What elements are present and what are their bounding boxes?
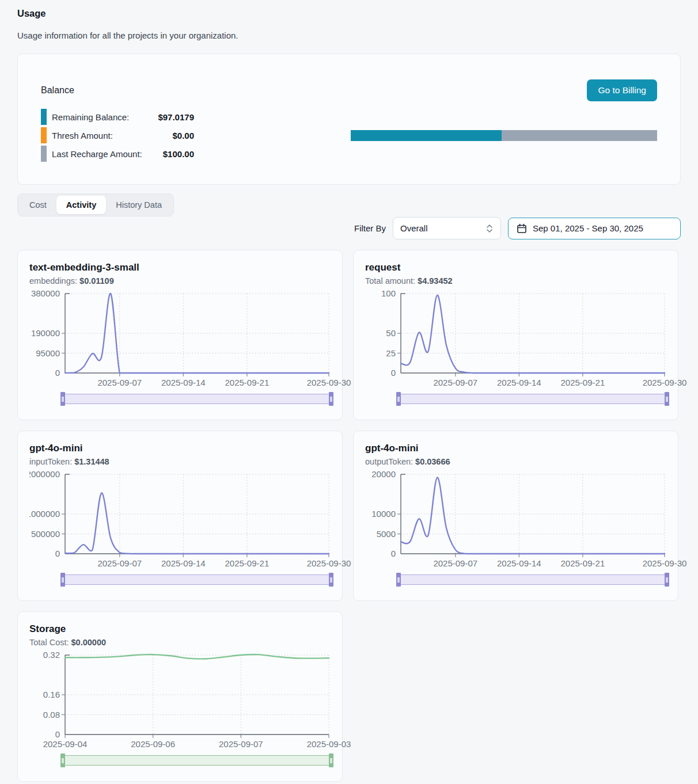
chart-card-gpt-4o-mini-output: gpt-4o-mini outputToken: $0.03666 2025-0… xyxy=(353,431,678,601)
y-axis-tick-label: 190000 xyxy=(31,328,60,338)
y-axis-tick-label: 25 xyxy=(386,348,396,358)
legend-value: $97.0179 xyxy=(158,112,194,122)
slider-right-handle[interactable] xyxy=(329,753,333,767)
y-axis-tick-label: 0 xyxy=(55,368,60,378)
chart-title: request xyxy=(365,262,666,273)
metric-label: Total amount: xyxy=(365,276,415,286)
metric-label: inputToken: xyxy=(29,457,72,466)
slider-left-handle[interactable] xyxy=(60,753,65,767)
chart-card-request: request Total amount: $4.93452 2025-09-0… xyxy=(353,250,678,420)
last-recharge-swatch xyxy=(41,146,47,162)
chart-zoom-slider[interactable] xyxy=(60,755,333,766)
x-axis-tick-label: 2025-09-06 xyxy=(131,739,175,749)
x-axis-tick-label: 2025-09-21 xyxy=(561,378,605,387)
x-axis-tick-label: 2025-09-07 xyxy=(433,378,477,387)
chart-card-gpt-4o-mini-input: gpt-4o-mini inputToken: $1.31448 2025-09… xyxy=(17,431,343,601)
remaining-balance-swatch xyxy=(41,109,47,125)
tab-history-data[interactable]: History Data xyxy=(106,196,172,214)
y-axis-tick-label: 0 xyxy=(391,549,396,558)
legend-value: $100.00 xyxy=(163,149,194,159)
x-axis-tick-label: 2025-09-30 xyxy=(643,558,687,568)
slider-right-handle[interactable] xyxy=(329,392,333,406)
legend-row-remaining-balance: Remaining Balance: $97.0179 xyxy=(41,108,194,126)
usage-page: Usage Usage information for all the proj… xyxy=(0,0,698,784)
y-axis-tick-label: 2000000 xyxy=(26,469,60,479)
metric-value: $1.31448 xyxy=(74,457,109,466)
x-axis-tick-label: 2025-09-14 xyxy=(497,378,541,387)
balance-legend: Remaining Balance: $97.0179 Thresh Amoun… xyxy=(41,108,194,163)
chart-card-storage: Storage Total Cost: $0.00000 2025-09-042… xyxy=(17,611,343,782)
slider-right-handle[interactable] xyxy=(665,573,669,587)
chart-metric: inputToken: $1.31448 xyxy=(29,457,331,466)
y-axis-tick-label: 95000 xyxy=(36,348,60,358)
y-axis-tick-label: 500000 xyxy=(31,529,60,539)
x-axis-tick-label: 2025-09-30 xyxy=(307,378,351,387)
chart-metric: Total Cost: $0.00000 xyxy=(29,638,331,647)
x-axis-tick-label: 2025-09-21 xyxy=(225,378,270,387)
y-axis-tick-label: 0.08 xyxy=(43,710,60,720)
usage-line-chart: 2025-09-072025-09-142025-09-212025-09-30… xyxy=(365,470,667,569)
balance-heading: Balance xyxy=(41,85,74,96)
chart-title: Storage xyxy=(29,623,331,635)
filter-row: Filter By Overall Sep 01, 2025 - Sep 30,… xyxy=(17,217,681,239)
x-axis-tick-label: 2025-09-21 xyxy=(225,558,270,568)
usage-line-chart: 2025-09-072025-09-142025-09-212025-09-30… xyxy=(365,289,667,388)
x-axis-tick-label: 2025-09-07 xyxy=(97,378,142,387)
slider-left-handle[interactable] xyxy=(396,573,401,587)
legend-label: Thresh Amount: xyxy=(52,131,113,140)
metric-label: outputToken: xyxy=(365,457,413,466)
chevrons-up-down-icon xyxy=(485,223,494,234)
filter-select-value: Overall xyxy=(400,223,428,233)
date-range-button[interactable]: Sep 01, 2025 - Sep 30, 2025 xyxy=(508,218,681,239)
balance-progress-fill xyxy=(351,130,502,141)
y-axis-tick-label: 5000 xyxy=(377,529,396,539)
chart-zoom-slider[interactable] xyxy=(60,574,333,585)
legend-row-last-recharge: Last Recharge Amount: $100.00 xyxy=(41,144,194,163)
chart-title: gpt-4o-mini xyxy=(365,443,666,454)
tab-cost[interactable]: Cost xyxy=(20,196,56,214)
x-axis-tick-label: 2025-09-14 xyxy=(161,378,206,387)
y-axis-tick-label: 380000 xyxy=(31,288,60,298)
x-axis-tick-label: 2025-09-07 xyxy=(97,558,142,568)
chart-zoom-slider[interactable] xyxy=(60,394,333,404)
charts-grid: text-embedding-3-small embeddings: $0.01… xyxy=(17,250,681,782)
slider-right-handle[interactable] xyxy=(329,573,333,587)
page-title: Usage xyxy=(17,8,681,19)
date-range-text: Sep 01, 2025 - Sep 30, 2025 xyxy=(533,223,643,233)
y-axis-tick-label: 0 xyxy=(391,368,396,378)
tab-activity[interactable]: Activity xyxy=(56,196,106,214)
metric-value: $0.03666 xyxy=(415,457,450,466)
balance-progress-bar xyxy=(351,130,657,141)
legend-label: Remaining Balance: xyxy=(52,112,129,122)
chart-title: gpt-4o-mini xyxy=(29,443,331,454)
calendar-icon xyxy=(517,223,527,234)
legend-label: Last Recharge Amount: xyxy=(52,149,142,159)
slider-left-handle[interactable] xyxy=(60,573,65,587)
x-axis-tick-label: 2025-09-14 xyxy=(161,558,206,568)
filter-select[interactable]: Overall xyxy=(393,217,501,239)
x-axis-tick-label: 2025-09-30 xyxy=(643,378,687,387)
metric-value: $0.00000 xyxy=(71,638,106,647)
y-axis-tick-label: 1000000 xyxy=(26,509,60,519)
slider-right-handle[interactable] xyxy=(665,392,669,406)
legend-value: $0.00 xyxy=(172,131,194,140)
slider-left-handle[interactable] xyxy=(396,392,401,406)
x-axis-tick-label: 2025-09-14 xyxy=(497,558,541,568)
x-axis-tick-label: 2025-09-21 xyxy=(561,558,605,568)
x-axis-tick-label: 2025-09-04 xyxy=(43,739,88,749)
go-to-billing-button[interactable]: Go to Billing xyxy=(587,79,657,101)
legend-row-thresh-amount: Thresh Amount: $0.00 xyxy=(41,126,194,144)
chart-zoom-slider[interactable] xyxy=(396,574,669,585)
slider-left-handle[interactable] xyxy=(60,392,65,406)
usage-line-chart: 2025-09-072025-09-142025-09-212025-09-30… xyxy=(29,470,332,569)
chart-zoom-slider[interactable] xyxy=(396,394,669,404)
page-subtitle: Usage information for all the projects i… xyxy=(17,31,681,40)
y-axis-tick-label: 0 xyxy=(55,729,60,739)
chart-metric: Total amount: $4.93452 xyxy=(365,276,666,286)
y-axis-tick-label: 10000 xyxy=(371,509,396,519)
tabs: Cost Activity History Data xyxy=(17,193,174,216)
metric-value: $0.01109 xyxy=(79,276,114,286)
y-axis-tick-label: 50 xyxy=(386,328,396,338)
y-axis-tick-label: 20000 xyxy=(371,469,396,479)
y-axis-tick-label: 0.32 xyxy=(43,650,60,660)
